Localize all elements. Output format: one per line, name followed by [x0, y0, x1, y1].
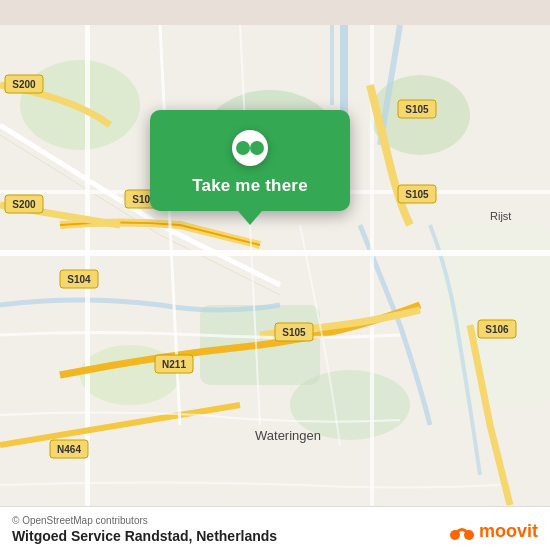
svg-text:S105: S105	[282, 327, 306, 338]
svg-text:Rijst: Rijst	[490, 210, 511, 222]
svg-rect-10	[0, 250, 550, 256]
svg-text:Wateringen: Wateringen	[255, 428, 321, 443]
svg-text:N464: N464	[57, 444, 81, 455]
svg-rect-9	[330, 25, 334, 105]
moovit-logo: moovit	[448, 520, 538, 542]
svg-text:S105: S105	[405, 189, 429, 200]
map-background: Wateringen Rijst S200 S200 S104 S104 S10…	[0, 0, 550, 550]
moovit-icon	[448, 520, 476, 542]
svg-text:S200: S200	[12, 79, 36, 90]
svg-text:S105: S105	[405, 104, 429, 115]
svg-text:S200: S200	[12, 199, 36, 210]
map-pin-icon	[232, 130, 268, 166]
svg-text:S106: S106	[485, 324, 509, 335]
location-popup: Take me there	[150, 110, 350, 211]
take-me-there-button[interactable]: Take me there	[192, 176, 308, 196]
moovit-text: moovit	[479, 521, 538, 542]
map-container: Wateringen Rijst S200 S200 S104 S104 S10…	[0, 0, 550, 550]
svg-text:S104: S104	[67, 274, 91, 285]
footer-bar: © OpenStreetMap contributors Witgoed Ser…	[0, 506, 550, 550]
svg-text:N211: N211	[162, 359, 186, 370]
